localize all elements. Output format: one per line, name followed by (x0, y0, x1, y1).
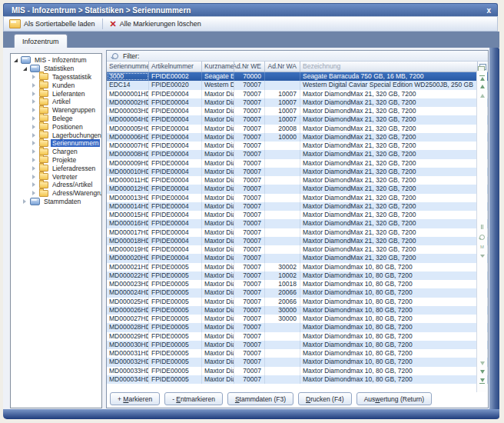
table-row[interactable]: MD000013HDFPIDE00004Maxtor Dia70007Maxto… (107, 194, 488, 202)
expand-arrow-icon[interactable] (32, 175, 35, 179)
grid-side-scroll-strip[interactable]: M (476, 71, 487, 392)
table-row[interactable]: EDC14FPIDE00020Western Di70007Western Di… (107, 81, 488, 89)
table-row[interactable]: MD000009HDFPIDE00004Maxtor Dia70007Maxto… (107, 159, 488, 168)
table-row[interactable]: MD000007HDFPIDE00004Maxtor Dia70007Maxto… (107, 142, 488, 150)
table-row[interactable]: MD000026HDFPIDE00005Maxtor Dia7000730000… (107, 306, 488, 315)
table-row[interactable]: MD000020HDFPIDE00004Maxtor Dia70007Maxto… (107, 254, 488, 262)
expand-arrow-icon[interactable] (32, 182, 35, 187)
table-row[interactable]: MD000023HDFPIDE00005Maxtor Dia7000710018… (107, 280, 488, 288)
table-row[interactable]: MD000008HDFPIDE00004Maxtor Dia70007Maxto… (107, 150, 488, 158)
sidebar-item-positionen[interactable]: Positionen (11, 122, 101, 131)
expand-arrow-icon[interactable] (32, 108, 35, 112)
expand-arrow-icon[interactable] (32, 116, 35, 121)
sidebar-item-chargen[interactable]: Chargen (11, 148, 101, 156)
table-row[interactable]: MD000016HDFPIDE00004Maxtor Dia70007Maxto… (107, 219, 488, 228)
table-row[interactable]: MD000002HDFPIDE00004Maxtor Dia7000710007… (107, 98, 488, 107)
table-row[interactable]: MD000024HDFPIDE00005Maxtor Dia7000720066… (107, 288, 488, 297)
column-header-adnr-we[interactable]: Ad.Nr WE (234, 62, 265, 72)
mark-button[interactable]: + Markieren (110, 392, 160, 405)
table-row[interactable]: MD000030HDFPIDE00005Maxtor Dia70007Maxto… (107, 341, 488, 349)
filter-icon[interactable] (477, 255, 487, 258)
table-row[interactable]: MD000021HDFPIDE00005Maxtor Dia7000730002… (107, 263, 488, 271)
sidebar-item-belege[interactable]: Belege (11, 115, 101, 123)
table-row[interactable]: MD000033HDFPIDE00005Maxtor Dia70007Maxto… (107, 367, 488, 375)
collapse-arrow-icon[interactable] (23, 67, 27, 71)
sidebar-item-adress-artikel[interactable]: Adress/Artikel (11, 181, 101, 189)
table-row[interactable]: MD000011HDFPIDE00004Maxtor Dia70007Maxto… (107, 176, 488, 185)
scroll-up-icon[interactable] (477, 85, 487, 88)
print-button[interactable]: Drucken (F4) (298, 392, 352, 405)
search-icon[interactable] (477, 235, 487, 240)
scroll-to-top-icon[interactable] (477, 75, 487, 81)
table-row[interactable]: MD000025HDFPIDE00005Maxtor Dia7000720066… (107, 298, 488, 306)
sidebar-item-vertreter[interactable]: Vertreter (11, 172, 101, 181)
table-row[interactable]: MD000014HDFPIDE00004Maxtor Dia70007Maxto… (107, 202, 488, 211)
scroll-to-bottom-icon[interactable] (477, 378, 487, 384)
sidebar-item-seriennummern[interactable]: Seriennummern (11, 139, 101, 148)
table-row[interactable]: MD000034HDFPIDE00005Maxtor Dia70007Maxto… (107, 375, 488, 384)
table-row[interactable]: MD000027HDFPIDE00005Maxtor Dia7000730000… (107, 315, 488, 323)
sidebar-item-tagesstatistik[interactable]: Tagesstatistik (11, 73, 101, 82)
table-row[interactable]: MD000004HDFPIDE00004Maxtor Dia7000710007… (107, 115, 488, 124)
expand-arrow-icon[interactable] (23, 199, 26, 204)
page-up-icon[interactable] (477, 94, 487, 98)
expand-arrow-icon[interactable] (32, 149, 35, 154)
table-row[interactable]: MD000032HDFPIDE00005Maxtor Dia70007Maxto… (107, 358, 488, 366)
cell-ad-nr-wa (265, 375, 300, 384)
sidebar-item-lieferanten[interactable]: Lieferanten (11, 89, 101, 98)
sidebar-item-lagerbuchungen[interactable]: Lagerbuchungen (11, 131, 101, 139)
collapse-arrow-icon[interactable] (14, 58, 18, 62)
sidebar-item-adress-warengruppen[interactable]: Adress/Warengruppen (11, 189, 101, 198)
table-row[interactable]: MD000029HDFPIDE00005Maxtor Dia70007Maxto… (107, 332, 488, 341)
expand-arrow-icon[interactable] (32, 158, 35, 162)
table-row[interactable]: MD000010HDFPIDE00004Maxtor Dia70007Maxto… (107, 168, 488, 176)
sidebar-item-statistiken[interactable]: Statistiken (11, 65, 101, 73)
table-row[interactable]: MD000012HDFPIDE00004Maxtor Dia70007Maxto… (107, 185, 488, 193)
filter-row[interactable]: Filter: (107, 51, 488, 62)
expand-arrow-icon[interactable] (32, 83, 35, 88)
table-row[interactable]: MD000018HDFPIDE00004Maxtor Dia70007Maxto… (107, 237, 488, 245)
table-row[interactable]: MD000017HDFPIDE00004Maxtor Dia70007Maxto… (107, 228, 488, 237)
evaluation-button[interactable]: Auswertung (Return) (356, 392, 432, 405)
expand-arrow-icon[interactable] (32, 75, 35, 79)
column-header-bezeichnung[interactable]: Bezeichnung (300, 62, 478, 72)
marker-icon[interactable]: M (477, 245, 487, 249)
column-header-kurzname[interactable]: Kurzname (202, 62, 234, 72)
sidebar-item-lieferadressen[interactable]: Lieferadressen (11, 164, 101, 172)
table-row[interactable]: 3000FPIDE00002Seagate Ba70000Seagate Bar… (107, 72, 488, 81)
page-down-icon[interactable] (477, 361, 487, 365)
expand-arrow-icon[interactable] (32, 99, 35, 104)
expand-arrow-icon[interactable] (32, 166, 35, 171)
columns-icon[interactable] (477, 225, 487, 229)
column-header-seriennummer[interactable]: Seriennummer ▼ (107, 62, 149, 72)
scroll-down-icon[interactable] (477, 370, 487, 374)
table-row[interactable]: MD000031HDFPIDE00005Maxtor Dia70007Maxto… (107, 349, 488, 358)
stammdaten-button[interactable]: Stammdaten (F3) (227, 392, 293, 405)
tab-infozentrum[interactable]: Infozentrum (14, 34, 68, 48)
sidebar-item-kunden[interactable]: Kunden (11, 81, 101, 89)
table-row[interactable]: MD000015HDFPIDE00004Maxtor Dia70007Maxto… (107, 211, 488, 219)
expand-arrow-icon[interactable] (32, 191, 35, 195)
table-row[interactable]: MD000022HDFPIDE00005Maxtor Dia7000710002… (107, 271, 488, 280)
column-header-adnr-wa[interactable]: Ad.Nr WA (265, 62, 300, 72)
sidebar-item-projekte[interactable]: Projekte (11, 156, 101, 165)
expand-arrow-icon[interactable] (32, 92, 35, 96)
close-icon[interactable]: x (480, 6, 497, 15)
load-sort-table-button[interactable]: Als Sortiertabelle laden (4, 18, 101, 30)
table-row[interactable]: MD000006HDFPIDE00004Maxtor Dia7000710000… (107, 133, 488, 142)
sidebar-item-stammdaten[interactable]: Stammdaten (11, 198, 101, 206)
table-row[interactable]: MD000028HDFPIDE00005Maxtor Dia70007Maxto… (107, 323, 488, 331)
column-header-artikelnummer[interactable]: Artikelnummer (149, 62, 202, 72)
clear-marks-button[interactable]: ✕ Alle Markierungen löschen (104, 18, 207, 30)
table-row[interactable]: MD000019HDFPIDE00004Maxtor Dia70007Maxto… (107, 245, 488, 254)
sidebar-item-warengruppen[interactable]: Warengruppen (11, 106, 101, 115)
sidebar-item-artikel[interactable]: Artikel (11, 98, 101, 106)
sidebar-item-mis-infozentrum[interactable]: MIS - Infozentrum (11, 56, 101, 65)
table-row[interactable]: MD000005HDFPIDE00004Maxtor Dia7000720008… (107, 125, 488, 133)
table-row[interactable]: MD000003HDFPIDE00004Maxtor Dia7000710007… (107, 107, 488, 115)
expand-arrow-icon[interactable] (32, 141, 35, 145)
table-row[interactable]: MD000001HDFPIDE00004Maxtor Dia7000710007… (107, 90, 488, 98)
expand-arrow-icon[interactable] (32, 133, 35, 138)
expand-arrow-icon[interactable] (32, 125, 35, 129)
unmark-button[interactable]: - Entmarkieren (164, 392, 223, 405)
